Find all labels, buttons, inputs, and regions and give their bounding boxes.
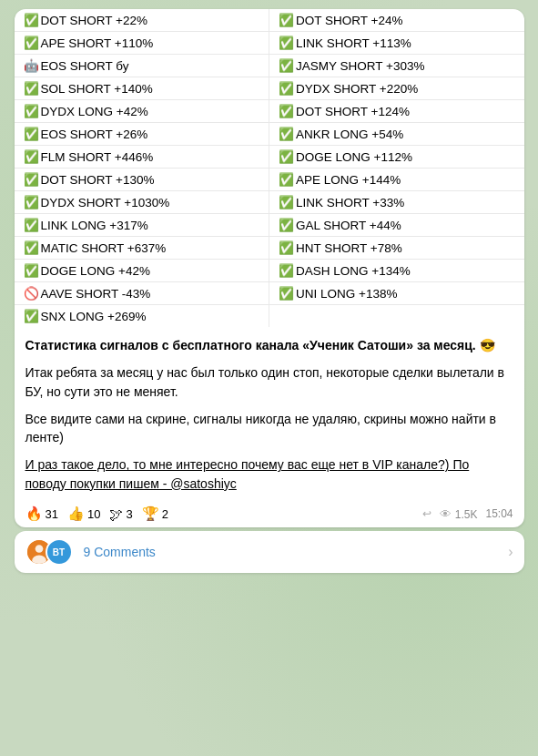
table-cell-right: ✅DOT SHORT +24% (269, 9, 524, 32)
cell-text-right: JASMY SHORT +303% (296, 59, 424, 73)
cell-text-right: APE LONG +144% (296, 173, 401, 187)
check-icon: ✅ (24, 82, 39, 96)
table-cell-right: ✅DOGE LONG +112% (269, 146, 524, 169)
table-row: 🤖EOS SHORT бу✅JASMY SHORT +303% (15, 55, 524, 77)
table-cell-right: ✅UNI LONG +138% (269, 282, 524, 305)
table-cell-left: 🚫AAVE SHORT -43% (15, 282, 269, 305)
table-row: 🚫AAVE SHORT -43%✅UNI LONG +138% (15, 282, 524, 305)
cell-text-left: APE SHORT +110% (41, 36, 154, 50)
table-row: ✅DOT SHORT +130%✅APE LONG +144% (15, 169, 524, 191)
reaction-dove[interactable]: 🕊 3 (109, 506, 132, 522)
dove-emoji: 🕊 (109, 506, 123, 522)
table-cell-left: ✅DYDX SHORT +1030% (15, 191, 269, 214)
paragraph-1: Статистика сигналов с бесплатного канала… (25, 336, 513, 354)
svg-point-1 (35, 545, 43, 553)
table-cell-left: ✅SNX LONG +269% (15, 305, 269, 328)
signals-table: ✅DOT SHORT +22%✅DOT SHORT +24%✅APE SHORT… (15, 9, 524, 327)
check-icon: ✅ (24, 241, 39, 255)
cell-text-right: HNT SHORT +78% (296, 241, 402, 255)
thumbs-count: 10 (87, 507, 100, 521)
comments-bar[interactable]: BT 9 Comments › (15, 531, 524, 573)
table-cell-left: ✅FLM SHORT +446% (15, 146, 269, 169)
check-icon: ✅ (279, 82, 294, 96)
table-cell-left: ✅APE SHORT +110% (15, 32, 269, 55)
check-icon: ✅ (279, 219, 294, 232)
comments-label: 9 Comments (84, 545, 509, 559)
paragraph-3: Все видите сами на скрине, сигналы никог… (25, 410, 513, 447)
table-row: ✅SOL SHORT +140%✅DYDX SHORT +220% (15, 77, 524, 100)
check-icon: ✅ (24, 173, 39, 187)
table-cell-left: 🤖EOS SHORT бу (15, 55, 269, 77)
dove-count: 3 (126, 507, 132, 521)
table-cell-right: ✅DASH LONG +134% (269, 260, 524, 282)
check-icon: ✅ (24, 310, 39, 323)
meta-info: ↩ 👁 1.5K 15:04 (422, 507, 513, 521)
paragraph-4: И раз такое дело, то мне интересно почем… (25, 455, 513, 493)
check-icon: ✅ (24, 36, 39, 50)
check-icon: ✅ (24, 264, 39, 278)
paragraph-2: Итак ребята за месяц у нас был только од… (25, 363, 513, 401)
check-icon: ✅ (24, 150, 39, 164)
cell-text-left: EOS SHORT +26% (41, 128, 148, 141)
cell-text-right: GAL SHORT +44% (296, 219, 401, 232)
share-icon: ↩ (422, 507, 431, 520)
fire-emoji: 🔥 (25, 506, 43, 522)
check-icon: ✅ (279, 36, 294, 50)
cell-text-left: SNX LONG +269% (41, 310, 147, 323)
cell-text-right: LINK SHORT +113% (296, 36, 411, 50)
cell-text-left: MATIC SHORT +637% (41, 241, 167, 255)
avatar-2: BT (46, 538, 73, 566)
table-cell-right: ✅LINK SHORT +33% (269, 191, 524, 214)
check-icon: ✅ (24, 14, 39, 27)
table-cell-right: ✅JASMY SHORT +303% (269, 55, 524, 77)
reaction-trophy[interactable]: 🏆 2 (142, 506, 168, 522)
table-cell-left: ✅DOGE LONG +42% (15, 260, 269, 282)
avatars-group: BT (25, 538, 66, 566)
robot-icon: 🤖 (24, 59, 39, 73)
fire-count: 31 (46, 507, 58, 521)
message-time: 15:04 (485, 507, 513, 520)
check-icon: ✅ (279, 173, 294, 187)
cell-text-left: AAVE SHORT -43% (41, 287, 151, 301)
reactions-row: 🔥 31 👍 10 🕊 3 🏆 2 ↩ 👁 1.5K 15:04 (15, 500, 524, 527)
check-icon: ✅ (24, 105, 39, 118)
cell-text-right: DYDX SHORT +220% (296, 82, 418, 96)
table-row: ✅MATIC SHORT +637%✅HNT SHORT +78% (15, 237, 524, 260)
thumbs-emoji: 👍 (67, 506, 85, 522)
cell-text-right: ANKR LONG +54% (296, 128, 403, 141)
table-cell-left: ✅EOS SHORT +26% (15, 123, 269, 146)
cell-text-right: DASH LONG +134% (296, 264, 411, 278)
cell-text-right: UNI LONG +138% (296, 287, 397, 301)
table-row: ✅LINK LONG +317%✅GAL SHORT +44% (15, 214, 524, 237)
table-cell-left: ✅MATIC SHORT +637% (15, 237, 269, 260)
table-cell-left: ✅LINK LONG +317% (15, 214, 269, 237)
views-count: 👁 1.5K (440, 507, 477, 521)
table-cell-left: ✅SOL SHORT +140% (15, 77, 269, 100)
stop-icon: 🚫 (24, 287, 39, 301)
cell-text-left: DOT SHORT +130% (41, 173, 155, 187)
table-row: ✅EOS SHORT +26%✅ANKR LONG +54% (15, 123, 524, 146)
table-cell-right: ✅HNT SHORT +78% (269, 237, 524, 260)
check-icon: ✅ (279, 287, 294, 301)
check-icon: ✅ (279, 59, 294, 73)
table-cell-right: ✅ANKR LONG +54% (269, 123, 524, 146)
check-icon: ✅ (24, 219, 39, 232)
cell-text-left: DYDX LONG +42% (41, 105, 148, 118)
reaction-thumbs[interactable]: 👍 10 (67, 506, 100, 522)
cell-text-left: FLM SHORT +446% (41, 150, 154, 164)
trophy-count: 2 (162, 507, 168, 521)
table-cell-right: ✅LINK SHORT +113% (269, 32, 524, 55)
check-icon: ✅ (279, 241, 294, 255)
reaction-fire[interactable]: 🔥 31 (25, 506, 58, 522)
cell-text-right: DOT SHORT +124% (296, 105, 410, 118)
table-row: ✅DYDX SHORT +1030%✅LINK SHORT +33% (15, 191, 524, 214)
check-icon: ✅ (24, 196, 39, 209)
table-cell-right: ✅DOT SHORT +124% (269, 100, 524, 123)
table-cell-right: ✅APE LONG +144% (269, 169, 524, 191)
check-icon: ✅ (279, 128, 294, 141)
cell-text-right: DOGE LONG +112% (296, 150, 412, 164)
chevron-right-icon: › (508, 544, 513, 560)
table-cell-right (269, 305, 524, 328)
check-icon: ✅ (279, 105, 294, 118)
cell-text-left: SOL SHORT +140% (41, 82, 153, 96)
